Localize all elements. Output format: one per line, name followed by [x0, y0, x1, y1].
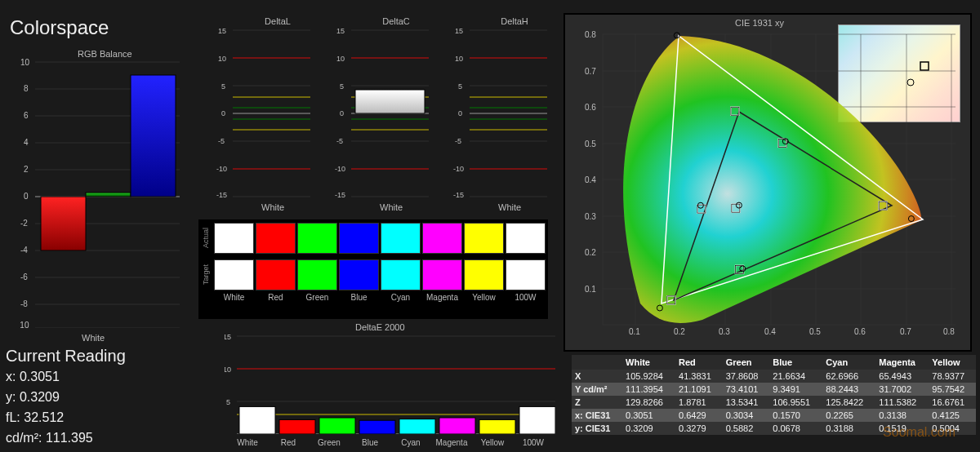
- svg-text:-8: -8: [20, 299, 28, 308]
- svg-text:-10: -10: [453, 165, 464, 173]
- deltah-chart: 151050-5-10-15: [453, 26, 547, 197]
- deltae-cat-label: 100W: [513, 438, 554, 447]
- table-header: Red: [675, 355, 723, 370]
- svg-rect-95: [239, 406, 275, 434]
- svg-rect-23: [86, 193, 131, 197]
- svg-text:-10: -10: [216, 165, 227, 173]
- svg-text:0.7: 0.7: [900, 327, 911, 336]
- reading-x: x: 0.3051: [6, 370, 60, 384]
- svg-text:6: 6: [24, 111, 29, 120]
- svg-rect-24: [131, 75, 176, 197]
- svg-text:4: 4: [24, 138, 29, 147]
- svg-text:0.2: 0.2: [585, 248, 596, 257]
- svg-text:0.5: 0.5: [809, 327, 821, 336]
- reading-y: y: 0.3209: [6, 390, 60, 405]
- swatch-cell: [256, 259, 296, 290]
- deltae-cat-label: Blue: [350, 438, 390, 447]
- swatch-col-label: White: [213, 293, 255, 302]
- swatch-cell: [214, 223, 254, 254]
- table-header: [572, 355, 622, 370]
- swatch-col-label: Green: [296, 293, 338, 302]
- svg-text:0.4: 0.4: [764, 327, 776, 336]
- table-row: Y cd/m²111.395421.109173.41019.349188.24…: [572, 383, 976, 396]
- svg-text:5: 5: [226, 398, 230, 406]
- swatch-cell: [256, 223, 296, 254]
- deltae-cat-label: Cyan: [390, 438, 431, 447]
- swatch-cell: [214, 259, 254, 290]
- swatch-cell: [422, 223, 462, 254]
- svg-text:0: 0: [221, 109, 225, 117]
- swatch-cell: [506, 223, 546, 254]
- swatch-col-label: 100W: [505, 293, 546, 302]
- svg-text:0.4: 0.4: [585, 175, 596, 184]
- svg-text:10: 10: [336, 55, 345, 63]
- table-header: Magenta: [875, 355, 929, 370]
- deltac-title: DeltaC: [372, 16, 421, 26]
- deltae-cat-label: Yellow: [472, 438, 513, 447]
- svg-text:0.3: 0.3: [585, 212, 596, 221]
- svg-text:0.8: 0.8: [943, 327, 955, 336]
- deltae-cat-label: Magenta: [431, 438, 472, 447]
- svg-text:5: 5: [458, 82, 462, 91]
- rgb-balance-chart: 1086420-2-4-6-8-10: [20, 59, 180, 328]
- svg-text:-15: -15: [216, 191, 227, 197]
- deltah-title: DeltaH: [490, 16, 539, 26]
- svg-text:0.2: 0.2: [674, 327, 685, 336]
- deltae-title: DeltaE 2000: [355, 322, 405, 332]
- svg-text:0.5: 0.5: [585, 140, 596, 148]
- swatch-cell: [339, 259, 379, 290]
- deltae-cat-label: Green: [309, 438, 350, 447]
- svg-text:10: 10: [218, 55, 226, 63]
- svg-text:-15: -15: [335, 191, 345, 197]
- table-header: Blue: [769, 355, 822, 370]
- rgb-balance-title: RGB Balance: [78, 49, 132, 59]
- svg-rect-97: [319, 418, 355, 434]
- svg-text:0.8: 0.8: [585, 30, 596, 39]
- table-row: x: CIE310.30510.64290.30340.15700.22650.…: [572, 409, 976, 422]
- swatch-cell: [381, 223, 421, 254]
- deltal-xlabel: White: [261, 202, 284, 212]
- table-row: X105.928441.383137.860821.663462.696665.…: [572, 370, 976, 383]
- table-header: Yellow: [929, 355, 976, 370]
- svg-text:10: 10: [225, 366, 231, 374]
- svg-text:0.6: 0.6: [585, 103, 596, 112]
- svg-text:-15: -15: [453, 191, 464, 197]
- swatch-col-label: Magenta: [421, 293, 463, 302]
- svg-text:-4: -4: [20, 246, 28, 255]
- swatch-cell: [297, 259, 337, 290]
- swatch-cell: [464, 223, 504, 254]
- reading-cdm2: cd/m²: 111.395: [6, 431, 93, 445]
- svg-rect-101: [479, 419, 515, 434]
- svg-text:-5: -5: [455, 137, 461, 145]
- svg-rect-22: [41, 197, 86, 250]
- table-row: Z129.82661.878113.5341106.9551125.842211…: [572, 396, 976, 409]
- svg-text:10: 10: [455, 55, 463, 63]
- svg-text:-5: -5: [336, 137, 343, 145]
- svg-rect-99: [399, 419, 435, 434]
- swatch-cell: [339, 223, 379, 254]
- swatch-cell: [297, 223, 337, 254]
- swatch-col-label: Yellow: [463, 293, 505, 302]
- svg-text:10: 10: [20, 59, 30, 67]
- svg-rect-65: [355, 90, 425, 113]
- svg-text:-2: -2: [20, 219, 28, 228]
- current-reading-label: Current Reading: [6, 347, 126, 366]
- svg-rect-98: [359, 420, 395, 434]
- deltal-chart: 151050-5-10-15: [216, 26, 310, 197]
- svg-text:5: 5: [340, 82, 344, 91]
- cie-data-table: WhiteRedGreenBlueCyanMagentaYellow X105.…: [572, 355, 976, 435]
- svg-text:0: 0: [24, 192, 29, 201]
- svg-text:0.7: 0.7: [585, 67, 596, 76]
- svg-text:-10: -10: [335, 165, 345, 173]
- swatch-col-label: Cyan: [380, 293, 421, 302]
- table-header: Green: [723, 355, 770, 370]
- swatch-cell: [506, 259, 546, 290]
- table-header: White: [622, 355, 675, 370]
- svg-text:15: 15: [218, 27, 226, 35]
- swatch-col-label: Red: [255, 293, 296, 302]
- deltah-xlabel: White: [498, 202, 521, 212]
- cie-chart: 0.80.70.60.50.40.30.20.1 0.10.20.30.40.5…: [580, 26, 956, 336]
- svg-text:0.1: 0.1: [585, 285, 596, 294]
- deltac-chart: 151050-5-10-15: [335, 26, 429, 197]
- svg-text:8: 8: [24, 84, 29, 93]
